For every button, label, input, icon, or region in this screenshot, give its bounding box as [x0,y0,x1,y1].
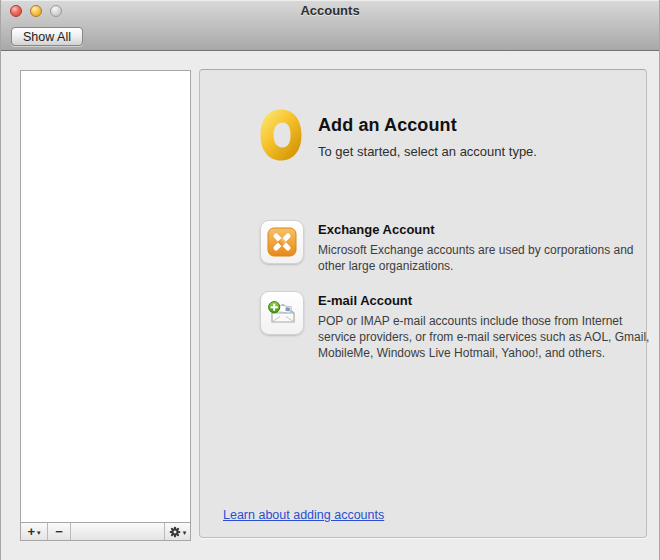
page-subtitle: To get started, select an account type. [318,144,537,159]
email-account-option[interactable]: E-mail Account POP or IMAP e-mail accoun… [260,291,649,361]
exchange-option-text: Exchange Account Microsoft Exchange acco… [318,220,634,274]
accounts-window: Accounts Show All + ▾ − [0,0,660,560]
show-all-button[interactable]: Show All [11,27,83,46]
add-account-panel: Add an Account To get started, select an… [199,69,647,538]
add-account-button[interactable]: + ▾ [21,523,48,540]
header-text: Add an Account To get started, select an… [318,109,537,161]
plus-icon: + [27,525,35,538]
email-option-description: POP or IMAP e-mail accounts include thos… [318,313,649,361]
exchange-option-title: Exchange Account [318,222,634,237]
learn-about-accounts-link[interactable]: Learn about adding accounts [223,508,384,522]
exchange-account-option[interactable]: Exchange Account Microsoft Exchange acco… [260,220,634,274]
exchange-icon [260,220,304,264]
action-menu-button[interactable]: ▾ [164,523,190,540]
email-option-title: E-mail Account [318,293,649,308]
outlook-logo-icon [260,109,302,161]
account-list-toolbar: + ▾ − ▾ [20,522,191,541]
exchange-option-description: Microsoft Exchange accounts are used by … [318,242,634,274]
content-area: + ▾ − ▾ [1,51,659,560]
email-envelope-icon [260,291,304,335]
window-chrome: Accounts Show All [1,0,659,51]
chevron-down-icon: ▾ [37,529,41,536]
remove-account-button[interactable]: − [48,523,71,540]
window-title: Accounts [1,0,659,22]
chevron-down-icon: ▾ [183,529,187,536]
account-list[interactable] [20,70,191,522]
minus-icon: − [55,525,63,538]
gear-icon [169,526,181,538]
panel-header: Add an Account To get started, select an… [260,109,537,161]
email-option-text: E-mail Account POP or IMAP e-mail accoun… [318,291,649,361]
page-title: Add an Account [318,115,537,136]
toolbar-spacer [71,523,164,540]
